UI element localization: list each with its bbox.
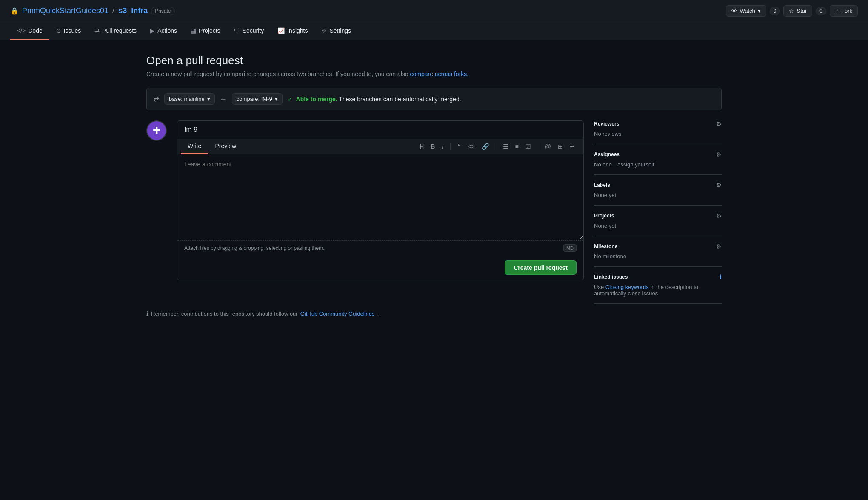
labels-gear-button[interactable]: ⚙ — [716, 182, 722, 189]
linked-issues-title: Linked issues — [594, 274, 628, 280]
unordered-list-button[interactable]: ☰ — [501, 142, 510, 151]
write-tab[interactable]: Write — [181, 139, 208, 154]
toolbar-divider-1 — [450, 143, 451, 150]
projects-title: Projects — [594, 213, 614, 219]
watch-label: Watch — [740, 8, 755, 14]
base-branch-label: base: mainline — [169, 96, 205, 102]
link-button[interactable]: 🔗 — [480, 142, 491, 151]
eye-icon: 👁 — [731, 8, 737, 14]
tab-settings[interactable]: ⚙ Settings — [314, 22, 358, 40]
user-avatar: ✚ — [146, 120, 167, 141]
projects-gear-button[interactable]: ⚙ — [716, 212, 722, 219]
milestone-gear-button[interactable]: ⚙ — [716, 243, 722, 250]
task-list-button[interactable]: ☑ — [524, 142, 533, 151]
watch-count: 0 — [770, 7, 780, 15]
reviewers-gear-button[interactable]: ⚙ — [716, 120, 722, 127]
comment-textarea[interactable] — [177, 154, 583, 239]
pr-form-container: ✚ Write Preview H B I ❝ <> 🔗 ☰ ≡ — [146, 120, 722, 304]
avatar-icon: ✚ — [153, 125, 160, 136]
header-actions: 👁 Watch ▾ 0 ☆ Star 0 ⑂ Fork — [726, 5, 858, 17]
fork-label: Fork — [841, 8, 852, 14]
assignees-header: Assignees ⚙ — [594, 151, 722, 158]
code-button[interactable]: <> — [466, 142, 476, 151]
tab-issues-label: Issues — [64, 27, 81, 34]
page-title: Open a pull request — [146, 54, 722, 67]
assignees-title: Assignees — [594, 151, 620, 157]
repo-nav: </> Code ⊙ Issues ⇄ Pull requests ▶ Acti… — [0, 22, 868, 40]
labels-header: Labels ⚙ — [594, 182, 722, 189]
code-icon: </> — [17, 27, 26, 34]
info-circle-icon: ℹ — [146, 311, 148, 317]
tab-projects[interactable]: ▦ Projects — [184, 22, 227, 40]
able-to-merge-text: Able to merge. — [296, 96, 337, 103]
top-header: 🔒 PmmQuickStartGuides01 / s3_infra Priva… — [0, 0, 868, 22]
ordered-list-button[interactable]: ≡ — [514, 142, 520, 151]
community-guidelines-link[interactable]: GitHub Community Guidelines — [300, 311, 375, 317]
repo-title-area: 🔒 PmmQuickStartGuides01 / s3_infra Priva… — [10, 6, 175, 15]
milestone-value: No milestone — [594, 253, 722, 260]
closing-keywords-link[interactable]: Closing keywords — [605, 284, 649, 290]
attach-bar: Attach files by dragging & dropping, sel… — [177, 240, 583, 255]
tab-pull-requests[interactable]: ⇄ Pull requests — [88, 22, 143, 40]
reviewers-section: Reviewers ⚙ No reviews — [594, 120, 722, 144]
lock-icon: 🔒 — [10, 7, 19, 15]
compare-branch-label: compare: IM-9 — [237, 96, 272, 102]
base-branch-select[interactable]: base: mainline ▾ — [164, 93, 215, 105]
watch-button[interactable]: 👁 Watch ▾ — [726, 5, 766, 17]
repo-name[interactable]: s3_infra — [118, 6, 148, 15]
editor-tabs: Write Preview H B I ❝ <> 🔗 ☰ ≡ ☑ @ ⊞ — [177, 139, 583, 154]
compare-chevron-icon: ▾ — [275, 96, 278, 102]
tab-issues[interactable]: ⊙ Issues — [49, 22, 88, 40]
italic-button[interactable]: I — [440, 142, 445, 151]
tab-code[interactable]: </> Code — [10, 22, 49, 40]
security-icon: 🛡 — [234, 27, 240, 34]
main-content: Open a pull request Create a new pull re… — [136, 40, 732, 331]
tab-insights[interactable]: 📈 Insights — [271, 22, 314, 40]
fork-button[interactable]: ⑂ Fork — [830, 5, 858, 17]
tab-pr-label: Pull requests — [102, 27, 137, 34]
reviewers-header: Reviewers ⚙ — [594, 120, 722, 127]
repo-path: PmmQuickStartGuides01 / s3_infra — [22, 6, 148, 15]
attach-text: Attach files by dragging & dropping, sel… — [184, 245, 325, 251]
tab-security[interactable]: 🛡 Security — [227, 22, 271, 40]
heading-button[interactable]: H — [418, 142, 425, 151]
undo-button[interactable]: ↩ — [568, 142, 577, 151]
linked-issues-section: Linked issues ℹ Use Closing keywords in … — [594, 267, 722, 304]
pr-form: Write Preview H B I ❝ <> 🔗 ☰ ≡ ☑ @ ⊞ — [177, 120, 584, 280]
cross-ref-button[interactable]: ⊞ — [556, 142, 565, 151]
tab-insights-label: Insights — [287, 27, 308, 34]
insights-icon: 📈 — [277, 27, 285, 34]
chevron-down-icon: ▾ — [758, 8, 761, 14]
reviewers-value: No reviews — [594, 131, 722, 137]
star-icon: ☆ — [789, 8, 794, 14]
bold-button[interactable]: B — [429, 142, 437, 151]
compare-branch-select[interactable]: compare: IM-9 ▾ — [232, 93, 283, 105]
merge-status: ✓ Able to merge. These branches can be a… — [288, 96, 461, 103]
separator: / — [112, 6, 114, 15]
create-pull-request-button[interactable]: Create pull request — [505, 260, 577, 275]
linked-issues-description: Use Closing keywords in the description … — [594, 284, 722, 297]
star-label: Star — [797, 8, 807, 14]
assignees-value: No one—assign yourself — [594, 161, 722, 168]
tab-code-label: Code — [28, 27, 42, 34]
mention-button[interactable]: @ — [543, 142, 553, 151]
compare-forks-link[interactable]: compare across forks. — [410, 71, 468, 77]
milestone-title: Milestone — [594, 243, 617, 249]
projects-icon: ▦ — [191, 27, 196, 34]
compare-bar: ⇄ base: mainline ▾ ← compare: IM-9 ▾ ✓ A… — [146, 88, 722, 110]
tab-actions[interactable]: ▶ Actions — [143, 22, 184, 40]
quote-button[interactable]: ❝ — [456, 142, 463, 151]
star-button[interactable]: ☆ Star — [783, 5, 812, 17]
assignees-section: Assignees ⚙ No one—assign yourself — [594, 144, 722, 175]
settings-icon: ⚙ — [321, 27, 327, 34]
tab-actions-label: Actions — [157, 27, 177, 34]
preview-tab[interactable]: Preview — [208, 139, 243, 154]
projects-value: None yet — [594, 223, 722, 229]
pr-icon: ⇄ — [94, 27, 100, 34]
swap-branches-button[interactable]: ← — [220, 95, 227, 103]
assignees-gear-button[interactable]: ⚙ — [716, 151, 722, 158]
check-icon: ✓ — [288, 96, 293, 103]
pr-title-input[interactable] — [177, 121, 583, 139]
pr-sidebar: Reviewers ⚙ No reviews Assignees ⚙ No on… — [594, 120, 722, 304]
repo-owner[interactable]: PmmQuickStartGuides01 — [22, 6, 108, 15]
